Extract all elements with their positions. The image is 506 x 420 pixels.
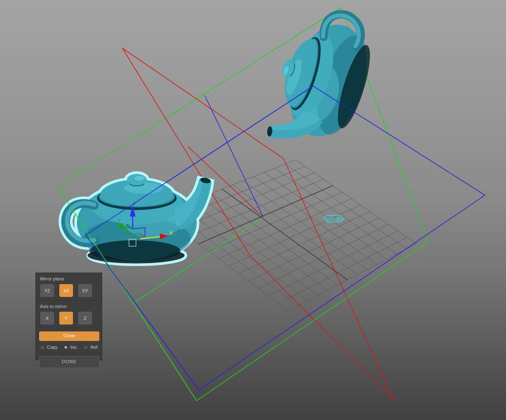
mirror-plane-xy-button[interactable]: XY [78,284,92,297]
copy-radio[interactable] [40,345,45,350]
measurement-tag: 147.83 [323,215,344,222]
axis-to-mirror-title: Axis to mirror [40,304,98,309]
mirror-plane-buttons: YZ XZ XY [39,284,98,297]
axis-y-button[interactable]: Y [59,312,73,324]
world-z-axis-ray [205,96,263,217]
clone-mode-radios: Copy Ins. Ref. [40,345,98,350]
mirror-plane-title: Mirror plane [40,276,98,281]
clone-mode-instance[interactable]: Ins. [63,345,78,350]
done-section: DONE [36,356,102,371]
reference-radio-label: Ref. [90,345,98,350]
instance-radio[interactable] [63,345,68,350]
gizmo-y-label: Y [117,218,121,223]
mirror-tool-panel: Mirror plane YZ XZ XY Axis to mirror X Y… [35,273,102,360]
clone-mode-copy[interactable]: Copy [40,345,58,350]
measurement-value: 147.83 [326,217,342,222]
mirror-plane-section: Mirror plane YZ XZ XY [36,273,102,301]
axis-to-mirror-buttons: X Y Z [39,312,98,324]
axis-z-button[interactable]: Z [78,312,92,324]
clone-button[interactable]: Clone [39,331,99,341]
app-root: { "viewport": { "measurement": { "value"… [0,0,506,420]
copy-radio-label: Copy [47,345,58,350]
axis-x-button[interactable]: X [40,312,54,324]
mirror-plane-yz-button[interactable]: YZ [40,284,54,297]
teapot-original[interactable] [66,174,211,264]
clone-section: Clone Copy Ins. Ref. [36,328,102,353]
mirror-plane-xz-button[interactable]: XZ [59,284,73,297]
instance-radio-label: Ins. [70,345,78,350]
radio-dot [65,346,67,348]
reference-radio[interactable] [83,345,88,350]
teapot-mirrored[interactable] [262,2,383,159]
clone-mode-reference[interactable]: Ref. [83,345,98,350]
done-button[interactable]: DONE [39,356,99,368]
gizmo-x-label: X [169,231,173,236]
axis-to-mirror-section: Axis to mirror X Y Z [36,301,102,328]
gizmo-z-label: z [133,201,136,205]
